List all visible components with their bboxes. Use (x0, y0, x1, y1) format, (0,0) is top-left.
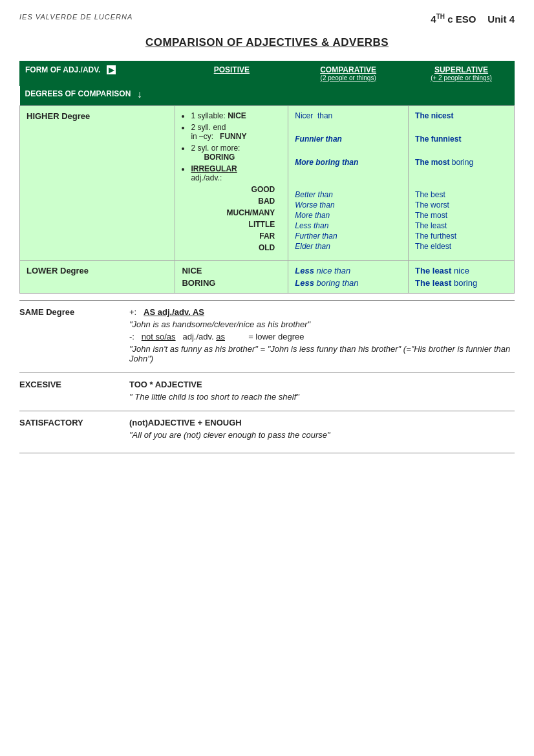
list-item: 2 syll. end in –cy: FUNNY (191, 123, 281, 141)
excessive-content: TOO * ADJECTIVE " The little child is to… (129, 380, 515, 404)
excessive-section: EXCESIVE TOO * ADJECTIVE " The little ch… (19, 373, 515, 411)
unit-label: Unit 4 (487, 14, 515, 25)
satisfactory-label: SATISFACTORY (19, 418, 129, 442)
lower-degree-comparative-cell: Less nice than Less boring than (288, 261, 409, 294)
same-not-so-formula: not so/as (142, 332, 176, 341)
comp-more-boring: More boring than (295, 158, 401, 167)
satisfactory-section: SATISFACTORY (not)ADJECTIVE + ENOUGH "Al… (19, 411, 515, 449)
list-item: BAD (191, 197, 281, 206)
sup-furthest: The furthest (415, 232, 507, 241)
higher-degree-positive-cell: 1 syllable: NICE 2 syll. end in –cy: FUN… (175, 106, 288, 261)
degrees-row: DEGREES OF COMPARISON ↓ (20, 86, 515, 106)
satisfactory-formula: (not)ADJECTIVE + ENOUGH (129, 418, 515, 427)
same-degree-content: +: AS adj./adv. AS "John is as handsome/… (129, 307, 515, 366)
sup-best: The best (415, 190, 507, 199)
comp-blank (295, 177, 401, 186)
lower-degree-positive-cell: NICE BORING (175, 261, 288, 294)
comp-better: Better than (295, 190, 401, 199)
same-minus-line: -: not so/as adj./adv. as = lower degree (129, 332, 515, 341)
same-as-formula: AS adj./adv. AS (144, 307, 204, 317)
sup-eldest: The eldest (415, 242, 507, 251)
lower-degree-row: LOWER Degree NICE BORING Less nice than … (20, 261, 515, 294)
lower-degree-label-cell: LOWER Degree (20, 261, 175, 294)
page-title: COMPARISON OF ADJECTIVES & ADVERBS (19, 36, 515, 49)
same-adj-adv-formula: adj./adv. as (182, 332, 225, 341)
sup-nicest: The nicest (415, 111, 507, 120)
excessive-formula: TOO * ADJECTIVE (129, 380, 515, 389)
higher-degree-row: HIGHER Degree 1 syllable: NICE 2 syll. e… (20, 106, 515, 261)
same-plus-example: "John is as handsome/clever/nice as his … (129, 319, 515, 329)
sup-most-boring: The most boring (415, 158, 507, 167)
higher-degree-comparative-cell: Nicer than Funnier than More boring than… (288, 106, 409, 261)
sup-most: The most (415, 211, 507, 220)
school-name: IES VALVERDE DE LUCERNA (19, 13, 133, 21)
down-arrow-icon: ↓ (137, 89, 142, 100)
lower-sup-nice: The least nice (415, 266, 507, 275)
sup-blank (415, 177, 507, 186)
satisfactory-content: (not)ADJECTIVE + ENOUGH "All of you are … (129, 418, 515, 442)
same-degree-section: SAME Degree +: AS adj./adv. AS "John is … (19, 300, 515, 373)
comp-funnier: Funnier than (295, 135, 401, 144)
col-positive-header: POSITIVE (175, 61, 288, 86)
list-item: IRREGULAR adj./adv.: GOOD BAD MUCH/MANY … (191, 164, 281, 252)
comp-elder: Elder than (295, 242, 401, 251)
comp-more: More than (295, 211, 401, 220)
lower-degree-superlative-cell: The least nice The least boring (409, 261, 515, 294)
satisfactory-example: "All of you are (not) clever enough to p… (129, 430, 515, 440)
comp-less: Less than (295, 221, 401, 230)
sup-least: The least (415, 221, 507, 230)
grade-info: 4TH c ESO (431, 13, 476, 25)
list-item: 1 syllable: NICE (191, 111, 281, 120)
grade-unit: 4TH c ESO Unit 4 (431, 13, 515, 25)
lower-nice: NICE (182, 266, 281, 275)
lower-comp-boring: Less boring than (295, 278, 401, 288)
list-item: GOOD (191, 185, 281, 194)
lower-comp-nice: Less nice than (295, 266, 401, 275)
degrees-cell: DEGREES OF COMPARISON ↓ (20, 86, 515, 106)
comp-worse: Worse than (295, 200, 401, 210)
lower-sup-boring: The least boring (415, 278, 507, 288)
table-header-row: FORM OF ADJ./ADV. ▶ POSITIVE COMPARATIVE… (20, 61, 515, 86)
sup-funniest: The funniest (415, 135, 507, 144)
same-minus-example: "John isn't as funny as his brother" = "… (129, 344, 515, 363)
higher-degree-superlative-cell: The nicest The funniest The most boring … (409, 106, 515, 261)
excessive-label: EXCESIVE (19, 380, 129, 404)
comp-further: Further than (295, 232, 401, 241)
excessive-example: " The little child is too short to reach… (129, 392, 515, 402)
col-superlative-header: SUPERLATIVE (+ 2 people or things) (409, 61, 515, 86)
bottom-border (19, 453, 515, 453)
sup-worst: The worst (415, 200, 507, 210)
same-degree-label: SAME Degree (19, 307, 129, 366)
col-comparative-header: COMPARATIVE (2 people or things) (288, 61, 409, 86)
list-item: MUCH/MANY (191, 208, 281, 217)
col-form-header: FORM OF ADJ./ADV. ▶ (20, 61, 175, 86)
list-item: 2 syl. or more: BORING (191, 144, 281, 162)
lower-boring: BORING (182, 278, 281, 288)
list-item: LITTLE (191, 220, 281, 229)
comp-nicer: Nicer than (295, 111, 401, 120)
higher-degree-label-cell: HIGHER Degree (20, 106, 175, 261)
page-header: IES VALVERDE DE LUCERNA 4TH c ESO Unit 4 (19, 13, 515, 25)
list-item: FAR (191, 232, 281, 241)
list-item: OLD (191, 243, 281, 252)
same-plus-line: +: AS adj./adv. AS (129, 307, 515, 317)
comparison-table: FORM OF ADJ./ADV. ▶ POSITIVE COMPARATIVE… (19, 61, 515, 294)
